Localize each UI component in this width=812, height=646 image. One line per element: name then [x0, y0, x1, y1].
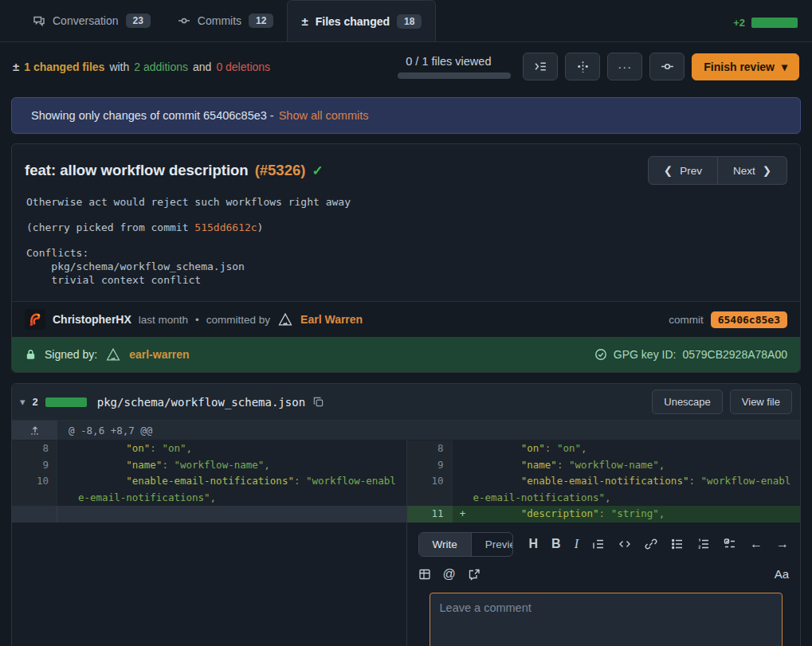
code-line: "description": "string",	[473, 506, 801, 523]
tab-conversation[interactable]: Conversation 23	[19, 0, 164, 41]
line-number[interactable]: 11	[407, 506, 453, 523]
line-number[interactable]: 9	[407, 457, 453, 474]
line-number[interactable]: 10	[12, 473, 57, 506]
view-file-button[interactable]: View file	[730, 390, 792, 414]
diff-row: 11+ "description": "string",	[407, 506, 801, 523]
write-preview-tabs: Write Preview	[418, 532, 513, 557]
diff-sign	[57, 457, 78, 474]
files-viewed-progress	[398, 72, 511, 79]
committed-by-label: committed by	[206, 314, 270, 326]
line-number[interactable]: 9	[12, 457, 57, 474]
inline-comment-form: Write Preview H B I	[407, 523, 801, 646]
font-toggle-button[interactable]: Aa	[775, 567, 789, 581]
code-line	[78, 506, 406, 523]
commit-message-line: Conflicts:	[26, 246, 786, 260]
ci-success-check-icon[interactable]: ✓	[312, 162, 323, 179]
signer-name[interactable]: earl-warren	[129, 348, 189, 361]
reference-button[interactable]	[468, 568, 481, 581]
line-number[interactable]: 8	[407, 440, 453, 457]
additions-count: +2	[733, 17, 745, 29]
copy-file-path-icon[interactable]	[312, 396, 324, 408]
signer-avatar[interactable]	[105, 346, 121, 362]
diff-options-button[interactable]: ···	[607, 53, 642, 80]
show-all-commits-link[interactable]: Show all commits	[279, 109, 369, 122]
tab-label: Conversation	[53, 14, 119, 27]
task-list-button[interactable]	[724, 538, 736, 550]
next-commit-button[interactable]: Next ❯	[718, 156, 787, 185]
commit-author-row: ChristopherHX last month • committed by …	[12, 301, 800, 337]
commit-select-button[interactable]	[649, 53, 685, 80]
signed-by-label: Signed by:	[45, 348, 97, 361]
comment-textarea[interactable]	[430, 593, 783, 646]
diff-controls: ± 1 changed files with 2 additions and 0…	[0, 42, 812, 91]
undo-button[interactable]: ←	[750, 537, 763, 551]
diff-view-toggle-button[interactable]	[565, 53, 600, 80]
commit-message-line: trivial context conflict	[26, 273, 786, 287]
diff-sign	[57, 506, 78, 523]
deletions-text: 0 deletions	[216, 61, 270, 73]
diff-sign	[57, 473, 78, 506]
conversation-count-badge: 23	[126, 14, 151, 28]
tab-files-changed[interactable]: ± Files changed 18	[287, 0, 436, 41]
line-number[interactable]	[12, 506, 57, 523]
quote-button[interactable]	[592, 538, 605, 550]
summary-text: with	[109, 61, 129, 73]
pr-number[interactable]: (#5326)	[255, 162, 306, 179]
italic-button[interactable]: I	[575, 537, 579, 551]
diff-row: 9 "name": "workflow-name",	[12, 457, 406, 474]
line-number[interactable]: 10	[407, 473, 453, 506]
committer-name[interactable]: Earl Warren	[300, 313, 363, 326]
committer-avatar[interactable]	[277, 311, 293, 327]
diff-sign	[453, 473, 473, 506]
table-button[interactable]	[418, 568, 431, 581]
chevron-left-icon: ❮	[664, 164, 673, 177]
unordered-list-button[interactable]	[671, 538, 684, 550]
finish-review-label: Finish review	[704, 61, 775, 73]
diff-row: 8 "on": "on",	[407, 440, 801, 457]
unescape-button[interactable]: Unescape	[652, 390, 723, 414]
diff-row	[12, 506, 406, 523]
prev-commit-button[interactable]: ❮ Prev	[648, 156, 718, 185]
commit-title: feat: allow workflow description (#5326)…	[25, 162, 324, 179]
commit-nav: ❮ Prev Next ❯	[648, 156, 787, 185]
lock-icon	[25, 348, 37, 361]
next-label: Next	[733, 165, 755, 177]
heading-button[interactable]: H	[529, 537, 539, 551]
code-line: "on": "on",	[473, 440, 801, 457]
author-name[interactable]: ChristopherHX	[53, 313, 131, 326]
write-tab[interactable]: Write	[419, 533, 472, 556]
diff-file-box: ▾ 2 pkg/schema/workflow_schema.json Unes…	[11, 383, 801, 646]
diff-sign	[453, 457, 473, 474]
banner-text: Showing only changes of commit 65406c85e…	[31, 109, 274, 122]
files-count-badge: 18	[397, 14, 422, 29]
conversation-icon	[33, 14, 45, 27]
tab-commits[interactable]: Commits 12	[164, 0, 288, 41]
caret-down-icon: ▾	[782, 61, 787, 73]
commit-message-line: pkg/schema/workflow_schema.json	[26, 260, 786, 273]
redo-button[interactable]: →	[776, 537, 789, 551]
collapse-file-chevron-icon[interactable]: ▾	[20, 396, 25, 408]
line-number[interactable]: 8	[12, 440, 57, 457]
changed-files-summary: ± 1 changed files with 2 additions and 0…	[13, 60, 270, 73]
ordered-list-button[interactable]	[697, 538, 710, 550]
markdown-toolbar-secondary: @ Aa	[418, 567, 790, 581]
author-avatar[interactable]	[25, 309, 45, 330]
cherry-pick-commit-link[interactable]: 515dd6612c	[194, 221, 257, 233]
files-viewed-label: 0 / 1 files viewed	[398, 55, 491, 68]
bold-button[interactable]: B	[551, 537, 561, 551]
expand-diff-up-button[interactable]	[12, 421, 57, 440]
verified-seal-icon	[594, 348, 607, 361]
commit-sha-badge[interactable]: 65406c85e3	[711, 311, 787, 328]
diff-row: 10 "enable-email-notifications": "workfl…	[12, 473, 406, 506]
code-button[interactable]	[618, 538, 631, 550]
file-name[interactable]: pkg/schema/workflow_schema.json	[97, 396, 305, 409]
commits-count-badge: 12	[249, 14, 273, 28]
commit-card: feat: allow workflow description (#5326)…	[11, 143, 801, 373]
preview-tab[interactable]: Preview	[472, 533, 513, 556]
split-diff: 8 "on": "on",9 "name": "workflow-name",1…	[12, 440, 800, 646]
mention-button[interactable]: @	[443, 567, 456, 581]
link-button[interactable]	[645, 538, 657, 550]
finish-review-button[interactable]: Finish review ▾	[692, 53, 799, 80]
file-tree-toggle-button[interactable]	[523, 53, 558, 80]
changed-files-link[interactable]: 1 changed files	[24, 61, 104, 73]
